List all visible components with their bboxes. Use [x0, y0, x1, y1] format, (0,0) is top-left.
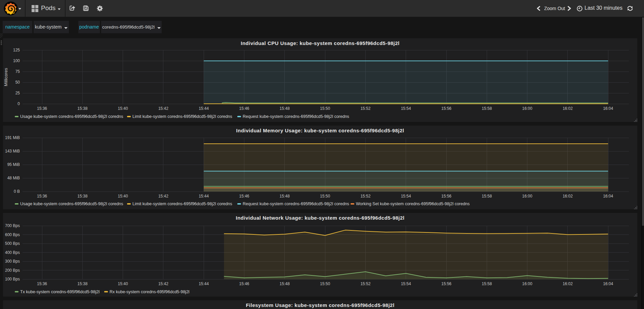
svg-text:15:48: 15:48: [280, 194, 290, 198]
svg-text:600 Bps: 600 Bps: [5, 232, 20, 237]
svg-text:Limit kube-system coredns-695f: Limit kube-system coredns-695f96dcd5-98j…: [132, 202, 232, 206]
svg-text:400 Bps: 400 Bps: [5, 250, 20, 255]
svg-text:15:44: 15:44: [199, 106, 209, 111]
svg-text:16:04: 16:04: [603, 194, 613, 198]
svg-text:100: 100: [13, 58, 20, 63]
svg-text:15:46: 15:46: [239, 106, 249, 111]
svg-text:15:48: 15:48: [280, 106, 290, 111]
svg-text:15:38: 15:38: [77, 106, 87, 111]
svg-text:100 Bps: 100 Bps: [5, 277, 20, 281]
svg-text:Rx kube-system coredns-695f96d: Rx kube-system coredns-695f96dcd5-98j2l: [110, 290, 190, 294]
svg-text:50: 50: [15, 80, 20, 85]
svg-text:16:02: 16:02: [563, 281, 573, 286]
svg-text:16:04: 16:04: [603, 281, 613, 286]
svg-text:15:58: 15:58: [482, 281, 492, 286]
svg-text:15:52: 15:52: [360, 106, 370, 111]
svg-text:15:40: 15:40: [118, 194, 128, 198]
svg-text:16:02: 16:02: [563, 106, 573, 111]
svg-text:25: 25: [15, 91, 20, 95]
svg-text:15:44: 15:44: [199, 194, 209, 198]
svg-text:16:04: 16:04: [603, 106, 613, 111]
svg-text:15:38: 15:38: [77, 194, 87, 198]
svg-text:700 Bps: 700 Bps: [5, 223, 20, 228]
svg-text:16:02: 16:02: [563, 194, 573, 198]
svg-text:0: 0: [17, 101, 20, 106]
svg-text:15:58: 15:58: [482, 194, 492, 198]
svg-text:48 MiB: 48 MiB: [7, 176, 20, 180]
svg-text:143 MiB: 143 MiB: [5, 149, 20, 153]
svg-text:Individual CPU Usage: kube-sys: Individual CPU Usage: kube-system coredn…: [241, 40, 400, 46]
svg-text:15:36: 15:36: [37, 281, 47, 286]
svg-text:15:54: 15:54: [401, 106, 411, 111]
svg-text:15:50: 15:50: [320, 194, 330, 198]
svg-text:16:00: 16:00: [522, 194, 532, 198]
svg-text:75: 75: [15, 69, 20, 74]
svg-text:Tx kube-system coredns-695f96d: Tx kube-system coredns-695f96dcd5-98j2l: [20, 290, 99, 294]
svg-text:Millicores: Millicores: [3, 68, 8, 86]
svg-text:Individual Memory Usage: kube-: Individual Memory Usage: kube-system cor…: [236, 128, 404, 133]
svg-text:Filesystem Usage: kube-system: Filesystem Usage: kube-system coredns-69…: [246, 302, 394, 308]
svg-text:Request kube-system coredns-69: Request kube-system coredns-695f96dcd5-9…: [243, 114, 349, 119]
svg-text:200 Bps: 200 Bps: [5, 268, 20, 273]
svg-text:15:56: 15:56: [441, 106, 451, 111]
svg-text:Working Set kube-system coredn: Working Set kube-system coredns-695f96dc…: [356, 202, 470, 206]
svg-text:125: 125: [13, 48, 20, 52]
svg-text:15:42: 15:42: [158, 106, 168, 111]
svg-text:15:56: 15:56: [441, 194, 451, 198]
svg-text:15:38: 15:38: [77, 281, 87, 286]
svg-text:Usage kube-system coredns-695f: Usage kube-system coredns-695f96dcd5-98j…: [20, 114, 123, 119]
svg-text:15:36: 15:36: [37, 194, 47, 198]
svg-text:15:46: 15:46: [239, 281, 249, 286]
svg-text:15:52: 15:52: [360, 194, 370, 198]
svg-text:15:36: 15:36: [37, 106, 47, 111]
svg-text:15:48: 15:48: [280, 281, 290, 286]
svg-text:191 MiB: 191 MiB: [5, 135, 20, 140]
svg-text:95 MiB: 95 MiB: [7, 162, 20, 167]
svg-text:16:00: 16:00: [522, 281, 532, 286]
svg-text:15:40: 15:40: [118, 106, 128, 111]
svg-text:15:50: 15:50: [320, 281, 330, 286]
svg-text:15:52: 15:52: [360, 281, 370, 286]
svg-text:500 Bps: 500 Bps: [5, 241, 20, 246]
svg-text:16:00: 16:00: [522, 106, 532, 111]
svg-text:Individual Network Usage: kube: Individual Network Usage: kube-system co…: [236, 215, 405, 221]
svg-text:300 Bps: 300 Bps: [5, 259, 20, 264]
svg-text:Request kube-system coredns-69: Request kube-system coredns-695f96dcd5-9…: [243, 202, 349, 206]
svg-text:15:40: 15:40: [118, 281, 128, 286]
svg-text:15:58: 15:58: [482, 106, 492, 111]
svg-text:15:42: 15:42: [158, 281, 168, 286]
svg-text:15:46: 15:46: [239, 194, 249, 198]
svg-text:15:50: 15:50: [320, 106, 330, 111]
svg-text:15:44: 15:44: [199, 281, 209, 286]
svg-text:15:56: 15:56: [441, 281, 451, 286]
svg-text:Usage kube-system coredns-695f: Usage kube-system coredns-695f96dcd5-98j…: [20, 202, 123, 206]
svg-text:15:54: 15:54: [401, 281, 411, 286]
svg-text:15:54: 15:54: [401, 194, 411, 198]
svg-text:0 B: 0 B: [14, 189, 20, 194]
svg-text:15:42: 15:42: [158, 194, 168, 198]
svg-text:Limit kube-system coredns-695f: Limit kube-system coredns-695f96dcd5-98j…: [132, 114, 232, 119]
